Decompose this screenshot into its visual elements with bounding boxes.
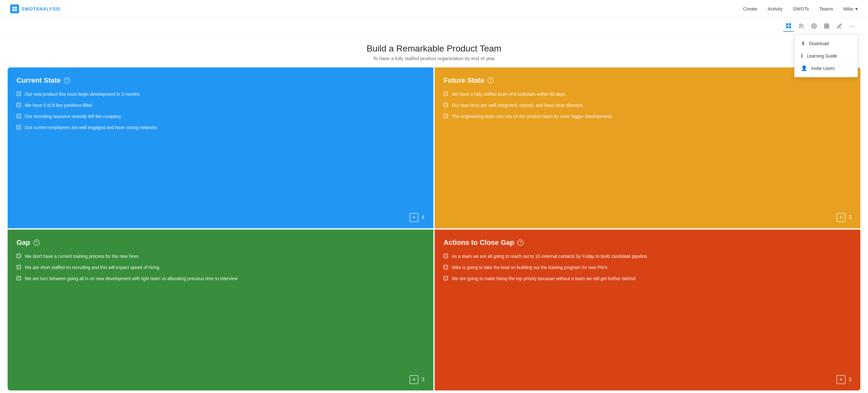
item-text: Mike is going to take the lead on buildi…	[452, 264, 608, 271]
bullet-icon	[443, 103, 448, 107]
people-view-button[interactable]	[796, 20, 807, 32]
bullet-icon	[443, 265, 448, 269]
nav-teams[interactable]: Teams	[819, 6, 833, 11]
svg-rect-4	[786, 23, 788, 25]
svg-rect-6	[786, 26, 788, 28]
current-state-title: Current State	[17, 76, 61, 85]
gap-quadrant: Gap ? We don't have a current training p…	[8, 230, 433, 390]
chevron-down-icon: ▾	[855, 6, 858, 12]
invite-users-label: Invite Users	[811, 66, 835, 71]
more-button[interactable]: ···	[846, 20, 858, 32]
gap-title: Gap	[17, 238, 30, 247]
svg-rect-7	[789, 26, 791, 28]
list-item: Our recruiting resource recently left th…	[17, 113, 425, 120]
dropdown-menu: ⬇ Download ℹ Learning Guide 👤 Invite Use…	[794, 34, 858, 77]
list-item: We are short staffed on recruiting and t…	[17, 264, 425, 271]
grid-view-button[interactable]	[783, 20, 794, 32]
actions-help[interactable]: ?	[517, 240, 524, 246]
user-menu[interactable]: Mike ▾	[843, 6, 858, 12]
bullet-icon	[443, 276, 448, 280]
svg-rect-0	[12, 6, 14, 8]
item-text: We don't have a current training process…	[25, 253, 138, 260]
swot-grid: Current State ? Our new product line mus…	[8, 67, 860, 390]
invite-users-menu-item[interactable]: 👤 Invite Users	[795, 62, 858, 75]
list-item: Mike is going to take the lead on buildi…	[443, 264, 851, 271]
svg-rect-1	[15, 6, 17, 8]
user-name: Mike	[843, 6, 854, 11]
item-text: We are short staffed on recruiting and t…	[25, 264, 159, 271]
list-item: Our new hires are well integrated, train…	[443, 102, 851, 109]
nav-swots[interactable]: SWOTs	[793, 6, 809, 11]
info-icon: ℹ	[801, 53, 803, 59]
list-item: We are torn between going all in on new …	[17, 275, 425, 282]
page-title: Build a Remarkable Product Team	[6, 44, 862, 54]
list-item: We have a fully staffed team of 9 rockst…	[443, 91, 851, 97]
item-text: Our new hires are well integrated, train…	[452, 102, 583, 109]
download-menu-item[interactable]: ⬇ Download	[795, 37, 858, 50]
nav-activity[interactable]: Activity	[768, 6, 783, 11]
svg-rect-5	[789, 23, 791, 25]
future-state-count: 3	[848, 215, 851, 220]
bullet-icon	[17, 265, 21, 269]
bullet-icon	[17, 276, 21, 280]
current-state-quadrant: Current State ? Our new product line mus…	[8, 67, 433, 228]
item-text: We have 5 of 8 key positions filled	[25, 102, 92, 109]
list-item: We don't have a current training process…	[17, 253, 425, 260]
current-state-footer: + 4	[17, 213, 425, 222]
actions-items: As a team we are all going to reach out …	[443, 253, 851, 370]
gap-count: 3	[422, 377, 425, 383]
item-text: We have a fully staffed team of 9 rockst…	[452, 91, 565, 97]
item-text: Our recruiting resource recently left th…	[25, 113, 121, 120]
download-label: Download	[809, 41, 829, 46]
current-state-help[interactable]: ?	[64, 77, 70, 84]
nav-create[interactable]: Create	[743, 6, 757, 11]
item-text: Our current employees are well engaged a…	[25, 124, 157, 131]
header: SWOTANALYSIS Create Activity SWOTs Teams…	[0, 0, 868, 18]
svg-point-8	[800, 24, 802, 26]
list-item: We are going to make hiring the top prio…	[443, 275, 851, 282]
frame-button[interactable]	[821, 20, 832, 32]
actions-footer: + 3	[443, 375, 851, 384]
page-header: Build a Remarkable Product Team To have …	[0, 35, 868, 67]
future-state-quadrant: Future State ? We have a fully staffed t…	[435, 67, 860, 228]
bullet-icon	[443, 114, 448, 118]
gap-help[interactable]: ?	[33, 240, 40, 246]
actions-quadrant: Actions to Close Gap ? As a team we are …	[435, 230, 860, 390]
list-item: Our current employees are well engaged a…	[17, 124, 425, 131]
current-state-count: 4	[422, 215, 425, 220]
actions-title-row: Actions to Close Gap ?	[443, 238, 851, 247]
svg-point-9	[813, 25, 815, 27]
item-text: As a team we are all going to reach out …	[452, 253, 647, 260]
future-state-items: We have a fully staffed team of 9 rockst…	[443, 91, 851, 208]
svg-rect-3	[15, 9, 17, 11]
actions-add-button[interactable]: +	[837, 375, 845, 384]
page-subtitle: To have a fully staffed product organiza…	[6, 56, 862, 61]
svg-rect-2	[12, 9, 14, 11]
user-add-icon: 👤	[801, 65, 807, 71]
actions-count: 3	[848, 377, 851, 383]
current-title-row: Current State ?	[17, 76, 425, 85]
current-state-add-button[interactable]: +	[409, 213, 418, 222]
item-text: We are going to make hiring the top prio…	[452, 275, 636, 282]
gap-add-button[interactable]: +	[409, 375, 418, 384]
bullet-icon	[443, 91, 448, 96]
learning-guide-menu-item[interactable]: ℹ Learning Guide	[795, 50, 858, 62]
bullet-icon	[443, 254, 448, 258]
main-nav: Create Activity SWOTs Teams Mike ▾	[743, 6, 858, 12]
bullet-icon	[17, 125, 21, 130]
bullet-icon	[17, 114, 21, 118]
future-title-row: Future State ?	[443, 76, 851, 85]
future-state-add-button[interactable]: +	[837, 213, 845, 222]
list-item: The engineering team can rely on the pro…	[443, 113, 851, 120]
future-state-help[interactable]: ?	[487, 77, 494, 84]
settings-button[interactable]	[808, 20, 820, 32]
list-item: We have 5 of 8 key positions filled	[17, 102, 425, 109]
current-state-items: Our new product line must begin developm…	[17, 91, 425, 208]
future-state-title: Future State	[443, 76, 484, 85]
item-text: Our new product line must begin developm…	[25, 91, 140, 97]
gap-items: We don't have a current training process…	[17, 253, 425, 370]
future-state-footer: + 3	[443, 213, 851, 222]
edit-button[interactable]	[834, 20, 845, 32]
bullet-icon	[17, 254, 21, 258]
list-item: Our new product line must begin developm…	[17, 91, 425, 97]
